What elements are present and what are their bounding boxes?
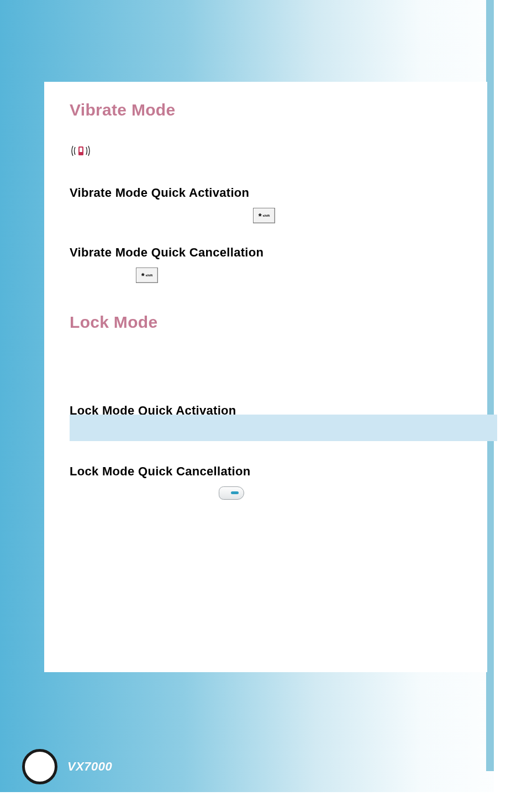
content-area: Vibrate Mode Vibrate Mode Quick Activati… <box>44 82 487 500</box>
vibrate-icon-row <box>70 143 462 159</box>
right-softkey-icon <box>219 486 244 500</box>
model-label: VX7000 <box>67 759 112 774</box>
star-key-symbol: * <box>141 271 145 280</box>
lock-cancellation-line <box>218 486 462 500</box>
star-key-sublabels: shift <box>263 214 270 217</box>
vibrate-icon <box>70 143 92 159</box>
page-number-circle <box>22 749 57 784</box>
manual-page: Vibrate Mode Vibrate Mode Quick Activati… <box>0 0 527 812</box>
note-box <box>70 415 497 441</box>
right-margin <box>494 0 527 812</box>
vibrate-activation-line: * shift <box>252 208 462 223</box>
section-title-vibrate: Vibrate Mode <box>70 101 462 119</box>
star-key-icon: * shift <box>253 208 275 223</box>
vertical-accent-bar <box>486 0 494 771</box>
bottom-margin <box>0 792 494 812</box>
star-key-symbol: * <box>259 212 262 220</box>
heading-vibrate-activation: Vibrate Mode Quick Activation <box>70 186 462 200</box>
heading-lock-cancellation: Lock Mode Quick Cancellation <box>70 464 462 479</box>
section-title-lock: Lock Mode <box>70 313 462 332</box>
svg-rect-1 <box>80 148 82 152</box>
heading-vibrate-cancellation: Vibrate Mode Quick Cancellation <box>70 245 462 260</box>
star-key-icon: * shift <box>136 268 158 283</box>
page-footer: VX7000 <box>22 749 112 784</box>
star-key-sublabels: shift <box>146 274 153 277</box>
vibrate-cancellation-line: * shift <box>135 268 462 283</box>
content-panel: Vibrate Mode Vibrate Mode Quick Activati… <box>44 82 487 672</box>
